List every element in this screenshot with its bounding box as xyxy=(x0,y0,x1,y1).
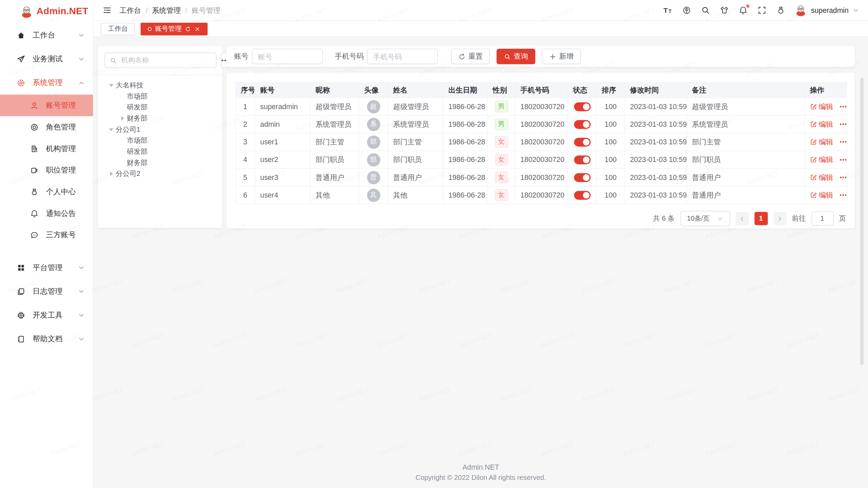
tree-node[interactable]: 研发部 xyxy=(105,102,216,113)
tree-node[interactable]: 分公司1 xyxy=(105,124,216,135)
cell-gender: 女 xyxy=(488,186,515,204)
org-search-field xyxy=(105,53,217,68)
theme-icon[interactable] xyxy=(720,5,729,15)
refresh-icon xyxy=(458,53,466,60)
close-icon[interactable] xyxy=(194,26,200,32)
font-size-icon[interactable]: TT xyxy=(663,5,673,15)
edit-icon[interactable] xyxy=(810,103,817,110)
tree-node[interactable]: 研发部 xyxy=(105,146,216,157)
sidebar-item-org-mgmt[interactable]: 机构管理 xyxy=(0,138,93,160)
edit-button[interactable]: 编辑 xyxy=(819,137,833,147)
caret-right-icon[interactable] xyxy=(107,171,116,176)
chevron-down-icon xyxy=(78,32,85,39)
language-icon[interactable] xyxy=(682,5,692,15)
edit-button[interactable]: 编辑 xyxy=(819,190,833,200)
edit-icon[interactable] xyxy=(810,121,817,128)
sidebar-item-notice[interactable]: 通知公告 xyxy=(0,203,93,224)
status-toggle[interactable] xyxy=(574,138,590,146)
tree-node[interactable]: 分公司2 xyxy=(105,168,216,179)
caret-down-icon[interactable] xyxy=(107,128,116,131)
tree-node[interactable]: 市场部 xyxy=(105,91,216,102)
edit-button[interactable]: 编辑 xyxy=(819,102,833,111)
sidebar-item-workbench[interactable]: 工作台 xyxy=(0,23,93,47)
chat-icon xyxy=(30,230,39,239)
account-input[interactable] xyxy=(252,49,323,64)
username: superadmin xyxy=(811,6,849,14)
sidebar-item-help-docs[interactable]: 帮助文档 xyxy=(0,327,93,351)
edit-button[interactable]: 编辑 xyxy=(819,119,833,129)
current-page-button[interactable]: 1 xyxy=(754,212,767,225)
tree-node[interactable]: 市场部 xyxy=(105,135,216,146)
cell-modified-time: 2023-01-03 10:59:44 xyxy=(625,98,687,115)
status-toggle[interactable] xyxy=(574,173,590,182)
cell-account: user3 xyxy=(255,168,310,186)
add-button[interactable]: 新增 xyxy=(542,49,580,64)
tab-active[interactable]: 账号管理 xyxy=(141,22,208,35)
sidebar-item-platform-mgmt[interactable]: 平台管理 xyxy=(0,256,93,279)
edit-button[interactable]: 编辑 xyxy=(819,155,833,164)
next-page-button[interactable] xyxy=(773,212,786,225)
cell-avatar: 部 xyxy=(359,151,388,168)
org-search-input[interactable] xyxy=(120,56,211,65)
sidebar-item-system-mgmt[interactable]: 系统管理 xyxy=(0,71,93,95)
column-header: 性别 xyxy=(488,83,515,98)
sidebar-item-third-party-account[interactable]: 三方账号 xyxy=(0,224,93,246)
more-actions-button[interactable]: ••• xyxy=(840,157,847,163)
sidebar-item-log-mgmt[interactable]: 日志管理 xyxy=(0,279,93,303)
goto-page-input[interactable] xyxy=(811,211,833,226)
notification-icon[interactable] xyxy=(738,5,748,15)
tree-node[interactable]: 财务部 xyxy=(105,113,216,124)
cell-remark: 系统管理员 xyxy=(687,115,805,133)
logo[interactable]: Admin.NET xyxy=(0,0,93,23)
reset-button[interactable]: 重置 xyxy=(451,49,490,64)
tree-node[interactable]: 财务部 xyxy=(105,157,216,168)
sidebar-item-label: 职位管理 xyxy=(46,165,76,175)
sidebar-item-role-mgmt[interactable]: 角色管理 xyxy=(0,116,93,138)
more-actions-button[interactable]: ••• xyxy=(840,174,847,180)
chevron-down-icon xyxy=(78,312,85,319)
sidebar-item-account-mgmt[interactable]: 账号管理 xyxy=(0,95,93,116)
more-actions-button[interactable]: ••• xyxy=(840,103,847,109)
phone-input[interactable] xyxy=(367,49,438,64)
edit-icon[interactable] xyxy=(810,174,817,181)
scrollbar-thumb[interactable] xyxy=(860,78,864,365)
tree-node[interactable]: 大名科技 xyxy=(105,80,216,91)
status-toggle[interactable] xyxy=(574,191,590,200)
cell-status xyxy=(568,115,596,133)
home-icon xyxy=(17,31,25,40)
breadcrumb-item[interactable]: 系统管理 xyxy=(152,5,181,15)
status-toggle[interactable] xyxy=(574,102,590,111)
sidebar-item-business-test[interactable]: 业务测试 xyxy=(0,47,93,71)
refresh-icon[interactable] xyxy=(185,26,191,32)
breadcrumb-item[interactable]: 工作台 xyxy=(120,5,141,15)
cell-remark: 普通用户 xyxy=(687,168,805,186)
notification-badge xyxy=(746,4,750,8)
more-actions-button[interactable]: ••• xyxy=(840,192,847,198)
edit-button[interactable]: 编辑 xyxy=(819,172,833,182)
tab-item[interactable]: 工作台 xyxy=(101,22,135,35)
search-button[interactable]: 查询 xyxy=(496,49,535,64)
edit-icon[interactable] xyxy=(810,138,817,145)
profile-icon xyxy=(30,187,39,196)
page-size-select[interactable]: 10条/页 xyxy=(680,211,730,226)
search-icon[interactable] xyxy=(701,5,710,15)
row-actions: 编辑••• xyxy=(810,190,842,200)
caret-down-icon[interactable] xyxy=(107,84,116,86)
more-actions-button[interactable]: ••• xyxy=(840,139,847,145)
status-toggle[interactable] xyxy=(574,155,590,164)
menu-collapse-icon[interactable] xyxy=(102,5,112,15)
cell-status xyxy=(568,133,596,151)
prev-page-button[interactable] xyxy=(735,212,749,225)
sidebar-item-label: 角色管理 xyxy=(46,122,76,132)
status-toggle[interactable] xyxy=(574,120,590,129)
caret-right-icon[interactable] xyxy=(118,116,127,121)
more-actions-button[interactable]: ••• xyxy=(840,121,847,127)
user-menu[interactable]: superadmin xyxy=(794,4,859,17)
fullscreen-icon[interactable] xyxy=(757,5,767,15)
sidebar-item-position-mgmt[interactable]: 职位管理 xyxy=(0,159,93,181)
edit-icon[interactable] xyxy=(810,156,817,163)
edit-icon[interactable] xyxy=(810,191,817,199)
sidebar-item-dev-tools[interactable]: 开发工具 xyxy=(0,303,93,327)
sidebar-item-personal-center[interactable]: 个人中心 xyxy=(0,181,93,203)
profile-icon[interactable] xyxy=(776,5,786,15)
